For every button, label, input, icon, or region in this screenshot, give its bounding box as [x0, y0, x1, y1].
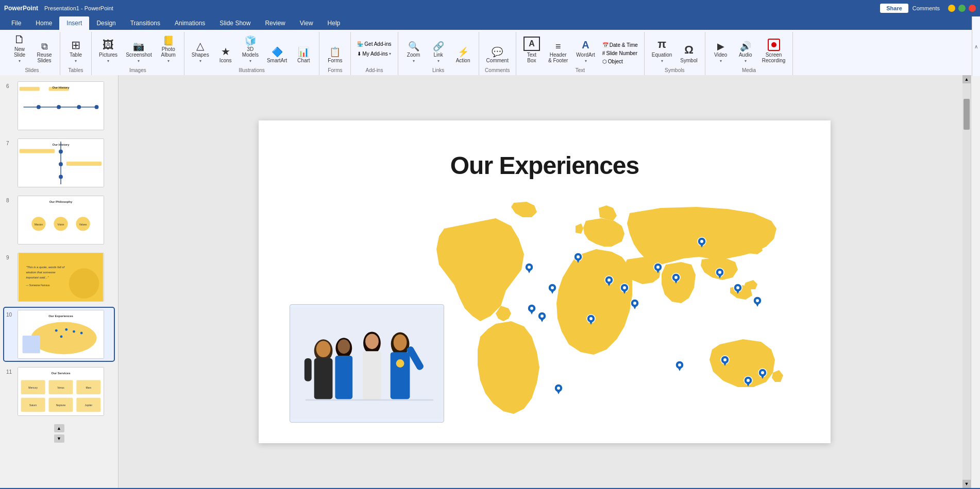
slide-num-9: 9 — [6, 255, 13, 260]
slide-number-icon: # — [602, 50, 605, 56]
chart-button[interactable]: 📊 Chart — [292, 45, 315, 65]
svg-rect-26 — [23, 336, 40, 353]
minimize-button[interactable] — [948, 5, 955, 12]
pictures-button[interactable]: 🖼 Pictures ▾ — [96, 38, 121, 65]
svg-point-63 — [528, 266, 531, 269]
header-footer-button[interactable]: ≡ Header& Footer — [545, 40, 571, 65]
slide-number-button[interactable]: # Slide Number — [600, 49, 640, 57]
screenshot-button[interactable]: 📷 Screenshot ▾ — [123, 40, 155, 65]
slide-thumb-7[interactable]: 7 Our History — [4, 136, 114, 189]
slide-num-6: 6 — [6, 83, 13, 89]
tab-transitions[interactable]: Transitions — [123, 16, 167, 30]
slide-thumb-8[interactable]: 8 Our Philosophy Mission Vision Values — [4, 194, 114, 247]
map-pin-8 — [631, 299, 639, 309]
world-map — [429, 198, 800, 429]
tab-design[interactable]: Design — [89, 16, 123, 30]
equation-button[interactable]: π Equation ▾ — [649, 36, 675, 65]
tab-home[interactable]: Home — [28, 16, 59, 30]
main-scrollbar[interactable]: ▲ ▼ — [962, 75, 971, 488]
wordart-button[interactable]: A WordArt ▾ — [573, 37, 598, 65]
forms-button[interactable]: 📋 Forms — [324, 45, 346, 65]
slide-thumb-9[interactable]: 9 "This is a quote, words full of wisdom… — [4, 251, 114, 304]
audio-button[interactable]: 🔊 Audio ▾ — [734, 40, 757, 65]
video-button[interactable]: ▶ Video ▾ — [709, 40, 732, 65]
scroll-down-arrow[interactable]: ▼ — [962, 480, 971, 488]
slide-img-6: Our History — [18, 81, 104, 130]
people-illustration — [290, 304, 444, 423]
tab-file[interactable]: File — [4, 16, 28, 30]
slide-scroll-down[interactable]: ▼ — [54, 434, 64, 443]
comments-button[interactable]: Comments — [913, 5, 940, 11]
file-name: Presentation1 - PowerPoint — [44, 5, 113, 11]
3d-models-button[interactable]: 🧊 3DModels ▾ — [239, 34, 262, 65]
slide-thumb-10[interactable]: 10 Our Experiences — [4, 308, 114, 361]
group-media: ▶ Video ▾ 🔊 Audio ▾ ScreenRecording Medi… — [705, 32, 793, 75]
group-media-label: Media — [742, 67, 756, 73]
icons-button[interactable]: ★ Icons — [214, 44, 237, 65]
scroll-track — [962, 83, 971, 480]
slide-num-10: 10 — [6, 312, 13, 318]
tab-insert[interactable]: Insert — [59, 16, 89, 30]
ribbon-content: 🗋 NewSlide ▾ ⧉ ReuseSlides Slides ⊞ Tabl… — [0, 30, 980, 75]
svg-point-53 — [365, 334, 379, 349]
svg-text:Values: Values — [79, 223, 87, 226]
scroll-thumb[interactable] — [964, 99, 970, 130]
svg-text:Venus: Venus — [57, 387, 64, 389]
link-button[interactable]: 🔗 Link ▾ — [427, 40, 450, 65]
svg-point-25 — [31, 322, 96, 355]
object-button[interactable]: ⬡ Object — [600, 58, 640, 65]
photo-album-icon: 📒 — [163, 36, 174, 45]
close-button[interactable] — [969, 5, 976, 12]
my-add-ins-button[interactable]: ⬇ My Add-ins ▾ — [355, 50, 393, 58]
maximize-button[interactable] — [958, 5, 966, 12]
slide-thumb-6[interactable]: 6 Our History — [4, 79, 114, 132]
tab-animations[interactable]: Animations — [167, 16, 212, 30]
tab-slideshow[interactable]: Slide Show — [212, 16, 258, 30]
share-button[interactable]: Share — [880, 4, 908, 13]
table-button[interactable]: ⊞ Table ▾ — [64, 38, 87, 65]
ribbon: File Home Insert Design Transitions Anim… — [0, 16, 980, 75]
action-button[interactable]: ⚡ Action — [452, 45, 475, 65]
svg-point-84 — [633, 302, 636, 305]
tab-review[interactable]: Review — [258, 16, 292, 30]
date-time-icon: 📅 — [602, 42, 609, 48]
collapse-ribbon-button[interactable]: ∧ — [972, 16, 980, 76]
new-slide-button[interactable]: 🗋 NewSlide ▾ — [8, 32, 31, 65]
reuse-slides-button[interactable]: ⧉ ReuseSlides — [33, 40, 56, 65]
group-symbols: π Equation ▾ Ω Symbol Symbols — [645, 32, 705, 75]
right-panel — [971, 75, 980, 488]
slide-scroll-up[interactable]: ▲ — [54, 424, 64, 432]
group-links: 🔍 Zoom ▾ 🔗 Link ▾ ⚡ Action Links — [398, 32, 479, 75]
svg-rect-52 — [363, 351, 381, 399]
slide-panel[interactable]: 6 Our History 7 — [0, 75, 119, 488]
shapes-button[interactable]: △ Shapes ▾ — [189, 39, 212, 65]
svg-point-29 — [73, 330, 75, 333]
svg-point-28 — [65, 328, 67, 331]
app-name: PowerPoint — [4, 5, 38, 12]
group-forms-label: Forms — [328, 67, 342, 73]
svg-point-4 — [95, 105, 99, 109]
date-time-button[interactable]: 📅 Date & Time — [600, 41, 640, 49]
smartart-button[interactable]: 🔷 SmartArt — [264, 45, 290, 65]
zoom-button[interactable]: 🔍 Zoom ▾ — [402, 40, 425, 65]
slide-num-8: 8 — [6, 198, 13, 203]
screen-recording-icon — [768, 39, 780, 51]
svg-rect-11 — [20, 149, 55, 153]
tab-help[interactable]: Help — [320, 16, 348, 30]
slide-img-8: Our Philosophy Mission Vision Values — [18, 196, 104, 244]
photo-album-button[interactable]: 📒 PhotoAlbum ▾ — [157, 34, 180, 65]
slide-thumb-11[interactable]: 11 Our Services Mercury Venus Mars Sa — [4, 365, 114, 418]
tab-view[interactable]: View — [293, 16, 320, 30]
get-add-ins-button[interactable]: 🏪 Get Add-ins — [355, 40, 393, 48]
comment-button[interactable]: 💬 Comment — [483, 45, 512, 65]
scroll-up-arrow[interactable]: ▲ — [962, 75, 971, 83]
svg-point-9 — [59, 162, 63, 166]
svg-text:— Someone Famous: — Someone Famous — [26, 284, 50, 287]
text-box-button[interactable]: A TextBox — [520, 34, 543, 65]
svg-rect-59 — [306, 399, 433, 400]
symbol-button[interactable]: Ω Symbol — [677, 41, 700, 65]
title-bar: PowerPoint Presentation1 - PowerPoint Sh… — [0, 0, 980, 16]
screen-recording-button[interactable]: ScreenRecording — [759, 37, 789, 65]
group-images-label: Images — [129, 67, 146, 73]
svg-text:Mercury: Mercury — [28, 387, 38, 389]
